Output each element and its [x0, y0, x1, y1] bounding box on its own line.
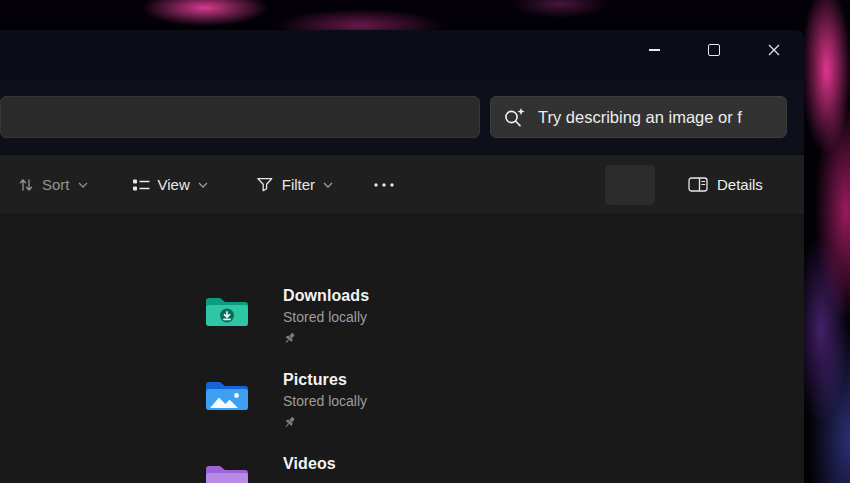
filter-button[interactable]: Filter	[256, 176, 333, 193]
address-bar[interactable]	[0, 96, 480, 138]
list-item-videos[interactable]: Videos	[203, 453, 369, 483]
chevron-down-icon	[78, 182, 88, 188]
list-item-pictures[interactable]: Pictures Stored locally	[203, 369, 369, 439]
maximize-button[interactable]	[684, 30, 744, 70]
sort-button[interactable]: Sort	[18, 176, 88, 193]
toolbar-toggle-button[interactable]	[605, 165, 655, 205]
file-name: Downloads	[283, 287, 369, 305]
pictures-folder-icon	[203, 377, 251, 415]
view-label: View	[158, 176, 190, 193]
address-row: Try describing an image or f	[0, 80, 804, 154]
more-icon	[373, 182, 395, 188]
details-button[interactable]: Details	[682, 155, 769, 214]
close-icon	[768, 44, 780, 56]
view-icon	[132, 178, 150, 192]
file-list-area: Downloads Stored locally	[0, 215, 804, 483]
chevron-down-icon	[323, 182, 333, 188]
ai-search-icon	[503, 107, 526, 128]
file-name: Pictures	[283, 371, 367, 389]
chevron-down-icon	[198, 182, 208, 188]
sort-icon	[18, 177, 34, 193]
details-label: Details	[717, 176, 763, 193]
maximize-icon	[708, 44, 720, 56]
file-list: Downloads Stored locally	[203, 285, 369, 483]
search-placeholder: Try describing an image or f	[538, 108, 742, 127]
window-controls	[624, 30, 804, 70]
videos-folder-icon	[203, 461, 251, 483]
titlebar[interactable]	[0, 30, 804, 80]
filter-label: Filter	[282, 176, 315, 193]
search-input[interactable]: Try describing an image or f	[490, 96, 787, 138]
downloads-folder-icon	[203, 293, 251, 331]
minimize-icon	[649, 49, 660, 50]
file-name: Videos	[283, 455, 336, 473]
view-button[interactable]: View	[132, 176, 208, 193]
file-status	[283, 477, 336, 483]
details-icon	[688, 177, 708, 192]
file-status: Stored locally	[283, 309, 369, 325]
filter-icon	[256, 177, 274, 192]
pin-icon	[283, 416, 296, 429]
file-explorer-window: Try describing an image or f Sort View	[0, 30, 804, 483]
minimize-button[interactable]	[624, 30, 684, 70]
more-options-button[interactable]	[373, 182, 395, 188]
list-item-downloads[interactable]: Downloads Stored locally	[203, 285, 369, 355]
sort-label: Sort	[42, 176, 70, 193]
close-button[interactable]	[744, 30, 804, 70]
pin-icon	[283, 332, 296, 345]
command-toolbar: Sort View Filter	[0, 154, 804, 215]
file-status: Stored locally	[283, 393, 367, 409]
